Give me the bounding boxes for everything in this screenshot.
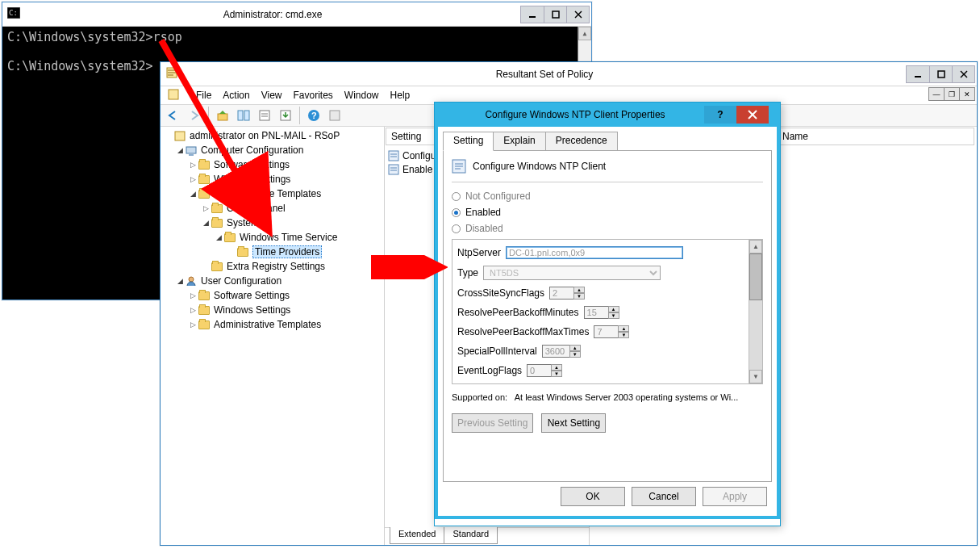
menu-window[interactable]: Window (344, 90, 379, 101)
apply-button[interactable]: Apply (703, 487, 767, 506)
mdi-close-button[interactable]: ✕ (959, 87, 975, 101)
supported-on-text: At least Windows Server 2003 operating s… (515, 392, 739, 402)
menu-file[interactable]: File (196, 90, 211, 101)
spin-up-button[interactable]: ▲ (608, 306, 619, 312)
toolbar-forward-button[interactable] (185, 106, 204, 125)
tree-root[interactable]: administrator on PNL-MAIL - RSoP (162, 128, 382, 143)
spin-up-button[interactable]: ▲ (618, 325, 629, 332)
policy-icon (388, 164, 399, 175)
tab-standard[interactable]: Standard (444, 527, 498, 544)
rsop-app-icon (161, 66, 183, 82)
tree-time-providers[interactable]: Time Providers (162, 245, 382, 259)
tree-software-settings[interactable]: ▷Software Settings (162, 157, 382, 172)
svg-rect-13 (238, 111, 243, 120)
mdi-minimize-button[interactable]: — (928, 87, 945, 101)
options-scrollbar[interactable]: ▲ ▼ (749, 240, 762, 383)
ntpserver-input[interactable] (506, 246, 683, 259)
policy-icon (388, 150, 399, 161)
spin-down-button[interactable]: ▼ (573, 293, 585, 300)
svg-text:?: ? (311, 111, 317, 120)
toolbar-up-icon[interactable] (213, 106, 232, 125)
policy-icon (452, 159, 466, 174)
spin-down-button[interactable]: ▼ (569, 351, 581, 358)
menu-view[interactable]: View (261, 90, 282, 101)
cmd-close-button[interactable] (566, 6, 589, 23)
type-select[interactable]: NT5DS (483, 266, 661, 280)
tree-user-configuration[interactable]: ◢User Configuration (162, 274, 382, 288)
tree-system[interactable]: ◢System (162, 216, 382, 230)
dialog-titlebar[interactable]: Configure Windows NTP Client Properties … (435, 103, 780, 127)
dialog-heading: Configure Windows NTP Client (473, 161, 606, 172)
scroll-thumb[interactable] (749, 253, 762, 300)
list-view-tabs: Extended Standard (385, 527, 589, 545)
radio-not-configured[interactable]: Not Configured (452, 191, 763, 202)
menu-help[interactable]: Help (390, 90, 411, 101)
spin-up-button[interactable]: ▲ (573, 287, 585, 293)
svg-rect-8 (938, 71, 945, 78)
tree-admin-templates[interactable]: ◢Administrative Templates (162, 186, 382, 201)
dialog-footer: OK Cancel Apply (443, 482, 772, 511)
spin-up-button[interactable]: ▲ (569, 345, 581, 351)
rsop-titlebar[interactable]: Resultant Set of Policy (161, 62, 977, 86)
cmd-line-1: C:\Windows\system32>rsop (7, 30, 182, 44)
radio-disabled[interactable]: Disabled (452, 223, 763, 234)
radio-enabled[interactable]: Enabled (452, 207, 763, 218)
cmd-minimize-button[interactable] (521, 6, 544, 23)
toolbar-properties-icon[interactable] (255, 106, 274, 125)
tree-user-admin-templates[interactable]: ▷Administrative Templates (162, 317, 382, 332)
next-setting-button[interactable]: Next Setting (541, 413, 606, 433)
menu-favorites[interactable]: Favorites (294, 90, 333, 101)
spin-up-button[interactable]: ▲ (551, 364, 562, 371)
tab-extended[interactable]: Extended (390, 527, 444, 544)
tree-extra-registry[interactable]: Extra Registry Settings (162, 259, 382, 274)
resolvepeerbackoffmaxtimes-label: ResolvePeerBackoffMaxTimes (457, 326, 589, 337)
ok-button[interactable]: OK (561, 487, 625, 506)
tree-windows-time-service[interactable]: ◢Windows Time Service (162, 230, 382, 245)
options-group: NtpServer Type NT5DS CrossSiteSyncFlags … (452, 239, 763, 384)
scroll-up-button[interactable]: ▲ (578, 27, 591, 40)
cmd-titlebar[interactable]: C: Administrator: cmd.exe (2, 2, 591, 27)
cmd-sys-icon[interactable]: C: (2, 7, 25, 21)
tree-computer-configuration[interactable]: ◢Computer Configuration (162, 143, 382, 157)
spin-down-button[interactable]: ▼ (551, 371, 562, 377)
dialog-help-button[interactable]: ? (704, 106, 736, 124)
dialog-tabs: Setting Explain Precedence (443, 132, 772, 151)
svg-rect-29 (389, 165, 398, 174)
mdi-restore-button[interactable]: ❐ (944, 87, 960, 101)
previous-setting-button[interactable]: Previous Setting (452, 413, 533, 433)
dialog-title: Configure Windows NTP Client Properties (446, 109, 704, 120)
scroll-up-button[interactable]: ▲ (749, 240, 762, 253)
scroll-track[interactable] (749, 253, 762, 370)
spin-down-button[interactable]: ▼ (618, 332, 629, 338)
tree-user-software-settings[interactable]: ▷Software Settings (162, 288, 382, 303)
dialog-close-button[interactable] (736, 106, 769, 124)
rsop-minimize-button[interactable] (907, 66, 929, 82)
svg-rect-3 (553, 11, 559, 18)
rsop-close-button[interactable] (952, 66, 974, 82)
toolbar-help-icon[interactable]: ? (304, 106, 323, 125)
toolbar-refresh-icon[interactable] (325, 106, 344, 125)
cancel-button[interactable]: Cancel (632, 487, 696, 506)
rsop-maximize-button[interactable] (929, 66, 952, 82)
tree-windows-settings[interactable]: ▷Windows Settings (162, 172, 382, 186)
tab-setting[interactable]: Setting (443, 132, 494, 151)
menu-action[interactable]: Action (223, 90, 249, 101)
tree-user-windows-settings[interactable]: ▷Windows Settings (162, 303, 382, 317)
tree-control-panel[interactable]: ▷Control Panel (162, 201, 382, 216)
toolbar-export-icon[interactable] (276, 106, 295, 125)
scroll-down-button[interactable]: ▼ (749, 370, 762, 383)
tree-pane[interactable]: administrator on PNL-MAIL - RSoP ◢Comput… (161, 127, 385, 545)
svg-rect-22 (175, 132, 185, 140)
cmd-maximize-button[interactable] (544, 6, 566, 23)
tab-precedence[interactable]: Precedence (545, 132, 618, 151)
eventlogflags-label: EventLogFlags (457, 365, 522, 376)
specialpollinterval-label: SpecialPollInterval (457, 346, 537, 357)
tab-explain[interactable]: Explain (493, 132, 545, 151)
spin-down-button[interactable]: ▼ (608, 312, 619, 319)
svg-rect-11 (169, 90, 178, 99)
toolbar-show-hide-icon[interactable] (234, 106, 253, 125)
svg-text:C:: C: (9, 9, 18, 17)
toolbar-back-button[interactable] (164, 106, 183, 125)
type-label: Type (457, 267, 478, 279)
mdi-doc-icon (167, 88, 180, 103)
